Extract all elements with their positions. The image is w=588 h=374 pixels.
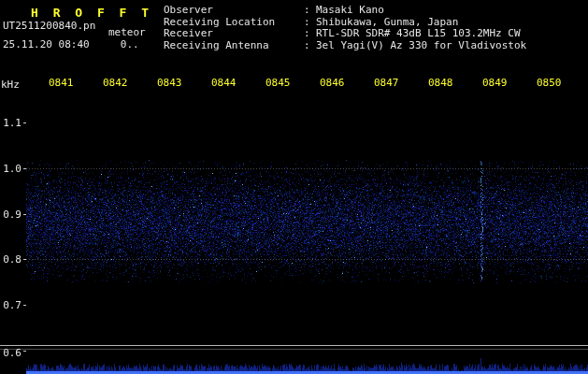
freq-tick-label: 0.8 (0, 253, 22, 266)
station-info-block: Observer : Masaki Kano Receiving Locatio… (164, 5, 526, 51)
time-tick-label: 0846 (320, 77, 345, 89)
time-tick-label: 0845 (265, 77, 291, 89)
info-label: Observer (164, 5, 304, 17)
freq-tick-mark (23, 351, 26, 352)
freq-tick-label: 1.1 (0, 117, 22, 129)
time-tick-label: 0842 (103, 77, 128, 89)
mode-label: meteor (108, 26, 146, 38)
info-row-receiver: Receiver : RTL-SDR SDR# 43dB L15 103.2MH… (164, 28, 526, 40)
freq-tick-label: 1.0 (0, 163, 22, 175)
freq-tick-mark (23, 168, 26, 169)
freq-tick-label: 0.6 (0, 347, 22, 359)
time-tick-label: 0843 (157, 77, 182, 89)
output-filename: UT2511200840.pn (3, 20, 95, 32)
info-value: RTL-SDR SDR# 43dB L15 103.2MHz CW (316, 28, 521, 40)
gridline-1.0khz (26, 168, 588, 169)
freq-tick-mark (23, 305, 26, 306)
datetime-line: 25.11.20 08:40 0.. (3, 38, 139, 50)
info-separator: : (304, 28, 316, 40)
info-separator: : (304, 40, 316, 52)
app-title: H R O F F T (31, 6, 152, 20)
info-label: Receiving Antenna (164, 40, 304, 52)
info-label: Receiver (164, 28, 304, 40)
freq-tick-label: 0.9 (0, 209, 22, 221)
time-tick-label: 0847 (374, 77, 399, 89)
y-axis-unit-label: kHz (1, 79, 20, 91)
hrofft-spectrogram-output: H R O F F T UT2511200840.pn meteor 25.11… (0, 0, 588, 374)
time-tick-label: 0849 (482, 77, 508, 89)
info-value: Masaki Kano (316, 5, 384, 17)
info-separator: : (304, 5, 316, 17)
gridline-0.8khz (26, 259, 588, 260)
level-strip-top-line (0, 345, 588, 346)
level-strip-reference-line (0, 349, 588, 350)
time-tick-label: 0850 (537, 77, 562, 89)
time-tick-label: 0844 (211, 77, 237, 89)
spectrogram-noise-canvas (0, 0, 588, 374)
info-row-observer: Observer : Masaki Kano (164, 5, 526, 17)
freq-tick-mark (23, 214, 26, 215)
time-tick-label: 0848 (428, 77, 453, 89)
info-value: 3el Yagi(V) Az 330 for Vladivostok (316, 40, 526, 52)
freq-tick-label: 0.7 (0, 299, 22, 311)
time-tick-label: 0841 (49, 77, 74, 89)
freq-tick-mark (23, 259, 26, 260)
freq-tick-mark (23, 122, 26, 123)
info-row-antenna: Receiving Antenna : 3el Yagi(V) Az 330 f… (164, 40, 526, 52)
